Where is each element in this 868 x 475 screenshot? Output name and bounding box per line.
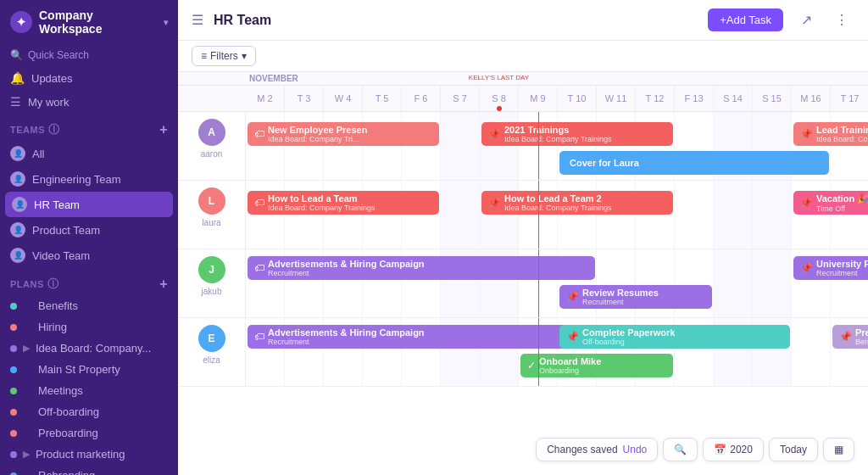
person-name: jakub [202,287,222,296]
teams-info-icon[interactable]: ⓘ [48,122,60,137]
task-icon: 🏷 [254,128,264,140]
sidebar-plan-item[interactable]: Preboarding [0,422,178,444]
task-bar[interactable]: 📌 University Fair Recruitment [793,256,868,280]
task-info: Lead Training 2 with Whole Team Idea Boa… [816,125,868,143]
teams-add-icon[interactable]: + [159,122,168,137]
team-all-avatar: 👤 [10,146,25,161]
today-button[interactable]: Today [769,438,818,461]
task-board: Time Off [816,204,868,213]
timeline-container[interactable]: NOVEMBER M 2T 3W 4T 5F 6S 7KELLY'S LAST … [178,72,868,475]
day-bg [753,181,792,249]
sidebar-team-engineering[interactable]: 👤 Engineering Team [0,166,178,192]
task-bar[interactable]: Cover for Laura [559,151,829,175]
day-label: W 4 [335,93,352,103]
task-bar[interactable]: 📌 Vacation 🎉 Time Off [793,191,868,215]
plan-label: Off-boarding [38,405,99,418]
plan-color-dot [10,303,17,310]
filters-chevron-icon: ▾ [242,50,247,62]
undo-button[interactable]: Undo [623,444,648,455]
plan-color-dot [10,430,17,437]
day-column: T 3 [285,86,324,111]
add-task-button[interactable]: +Add Task [708,8,783,31]
person-info: E eliza [178,318,246,386]
day-column: S 14 [714,86,753,111]
task-bar[interactable]: 🏷 New Employee Presen Idea Board: Compan… [248,122,439,146]
day-label: T 17 [841,93,860,103]
plan-expand-icon: ▶ [23,343,30,354]
sidebar-item-mywork[interactable]: ☰ My work [0,90,178,114]
task-board: Idea Board: Company Tri... [268,135,367,143]
team-product-label: Product Team [32,224,100,237]
share-icon[interactable]: ↗ [793,8,819,33]
person-timeline-area: 🏷 Advertisements & Hiring Campaign Recru… [246,249,868,317]
task-name: Complete Paperwork [582,327,675,338]
task-bar[interactable]: ✓ Onboard Mike Onboarding [520,354,673,377]
sidebar-team-all[interactable]: 👤 All [0,141,178,166]
more-options-icon[interactable]: ⋮ [829,8,854,33]
sidebar-item-updates[interactable]: 🔔 Updates [0,66,178,90]
task-bar[interactable]: 📌 Complete Paperwork Off-boarding [559,325,790,349]
sidebar-plan-item[interactable]: Main St Property [0,359,178,380]
workspace-header[interactable]: ✦ Company Workspace ▾ [0,0,178,44]
search-label: Quick Search [28,49,89,61]
task-bar[interactable]: 📌 Lead Training 2 with Whole Team Idea B… [793,122,868,146]
task-name: University Fair [816,259,868,269]
task-info: How to Lead a Team Idea Board: Company T… [268,193,376,212]
days-row: M 2T 3W 4T 5F 6S 7KELLY'S LAST DAYS 8M 9… [178,86,868,111]
day-bg [714,181,753,249]
plans-add-icon[interactable]: + [159,277,168,292]
person-row: E eliza 🏷 Advertisements & Hiring Campai… [178,318,868,387]
task-bar[interactable]: 🏷 Advertisements & Hiring Campaign Recru… [248,256,595,280]
task-info: Advertisements & Hiring Campaign Recruit… [268,259,425,277]
filters-button[interactable]: ≡ Filters ▾ [192,46,256,66]
day-label: M 2 [257,93,272,103]
task-board: Recruitment [582,298,659,306]
team-product-avatar: 👤 [10,222,25,238]
task-bar[interactable]: 📌 How to Lead a Team 2 Idea Board: Compa… [481,191,673,215]
person-info: L laura [178,181,246,249]
task-bar[interactable]: 📌 Review Resumes Recruitment [559,285,712,309]
teams-section-label: TEAMS ⓘ + [0,114,178,141]
sidebar-plan-item[interactable]: ▶ Idea Board: Company... [0,338,178,359]
sidebar-team-hr[interactable]: 👤 HR Team [5,192,173,217]
sidebar-plan-item[interactable]: Hiring [0,316,178,338]
task-info: How to Lead a Team 2 Idea Board: Company… [504,193,612,212]
plans-info-icon[interactable]: ⓘ [47,277,59,292]
team-eng-label: Engineering Team [32,173,121,186]
quick-search[interactable]: 🔍 Quick Search [0,44,178,66]
sidebar-team-video[interactable]: 👤 Video Team [0,243,178,268]
task-icon: 📌 [488,197,501,209]
sidebar-plan-item[interactable]: Rebranding [0,465,178,475]
task-name: Prepare Company Gym Memberships [855,327,868,338]
day-column: M 9 [519,86,558,111]
plan-expand-icon: ▶ [23,449,30,460]
plans-section-label: PLANS ⓘ + [0,268,178,295]
task-bar[interactable]: 📌 2021 Trainings Idea Board: Company Tra… [481,122,673,146]
task-bar[interactable]: 📌 Prepare Company Gym Memberships Benefi… [832,325,868,349]
sidebar-plan-item[interactable]: Benefits [0,295,178,316]
person-row: L laura 🏷 How to Lead a Team Idea Board:… [178,181,868,249]
task-info: Advertisements & Hiring Campaign Recruit… [268,327,425,346]
sidebar-plan-item[interactable]: Off-boarding [0,401,178,422]
sidebar-plan-item[interactable]: Meetings [0,380,178,401]
day-column: M 16 [792,86,831,111]
save-banner: Changes saved Undo [536,438,658,461]
sidebar-plan-item[interactable]: ▶ Product marketing [0,444,178,465]
task-icon: 📌 [566,291,579,303]
team-video-avatar: 👤 [10,248,25,263]
task-name: How to Lead a Team [268,193,376,204]
menu-icon[interactable]: ☰ [192,12,203,28]
plan-color-dot [10,366,17,373]
sidebar-team-product[interactable]: 👤 Product Team [0,217,178,243]
task-name: Advertisements & Hiring Campaign [268,327,425,338]
task-bar[interactable]: 🏷 How to Lead a Team Idea Board: Company… [248,191,439,215]
task-bar[interactable]: 🏷 Advertisements & Hiring Campaign Recru… [248,325,595,349]
zoom-button[interactable]: 🔍 [663,438,698,461]
plan-color-dot [10,345,17,352]
day-column: W 4 [324,86,363,111]
grid-view-button[interactable]: ▦ [823,438,854,461]
year-button[interactable]: 📅 2020 [703,438,764,461]
task-name: New Employee Presen [268,125,367,135]
timeline-body: A aaron 🏷 New Employee Presen Idea Board… [178,112,868,387]
plan-label: Benefits [38,299,78,312]
